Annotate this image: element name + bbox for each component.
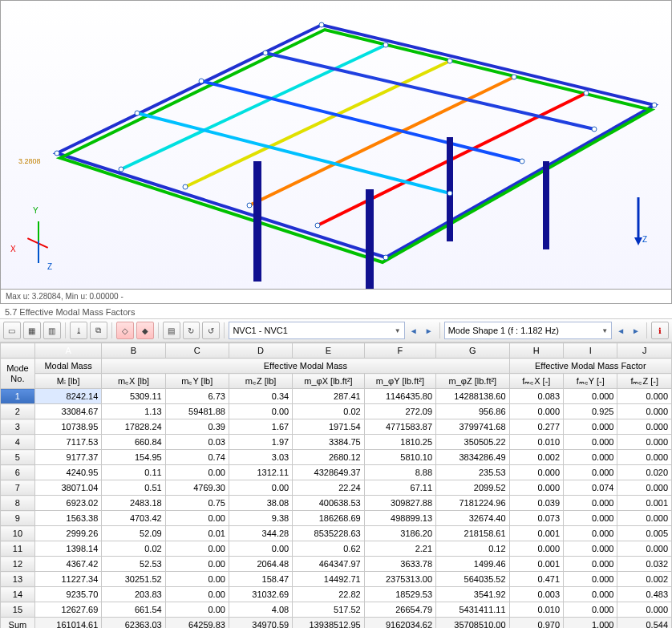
cell[interactable]: 0.00 <box>165 465 229 480</box>
cell[interactable]: 0.000 <box>509 541 563 557</box>
toolbar-btn-anim1[interactable]: ↻ <box>183 322 200 339</box>
cell[interactable]: 0.34 <box>229 389 292 404</box>
cell[interactable]: 0.000 <box>509 465 563 480</box>
col-header-E[interactable]: E <box>293 343 365 359</box>
toolbar-btn-graph[interactable]: ⧉ <box>90 322 107 339</box>
row-header[interactable]: 11 <box>1 541 35 557</box>
row-header[interactable]: 8 <box>1 496 35 511</box>
col-header-B[interactable]: B <box>102 343 165 359</box>
cell[interactable]: 0.000 <box>617 480 672 496</box>
modeshape-next[interactable]: ► <box>629 322 642 338</box>
cell[interactable]: 1499.46 <box>436 557 509 572</box>
cell[interactable]: 0.00 <box>165 557 229 572</box>
cell[interactable]: 1146435.80 <box>364 389 435 404</box>
cell[interactable]: 235.53 <box>436 465 509 480</box>
cell[interactable]: 564035.52 <box>436 572 509 587</box>
cell[interactable]: 0.925 <box>564 404 617 419</box>
cell[interactable]: 0.000 <box>564 450 617 465</box>
cell[interactable]: 464347.97 <box>293 557 365 572</box>
cell[interactable]: 0.000 <box>617 602 672 618</box>
cell[interactable]: 32674.40 <box>436 511 509 526</box>
cell[interactable]: 0.00 <box>229 480 292 496</box>
cell[interactable]: 3541.92 <box>436 587 509 602</box>
cell[interactable]: 2680.12 <box>293 450 365 465</box>
cell[interactable]: 2099.52 <box>436 480 509 496</box>
row-header[interactable]: 14 <box>1 587 35 602</box>
cell[interactable]: 0.083 <box>509 389 563 404</box>
cell[interactable]: 0.073 <box>509 511 563 526</box>
table-row[interactable]: 233084.671.1359481.880.000.02272.09956.8… <box>1 404 672 419</box>
modeshape-combo[interactable]: Mode Shape 1 (f : 1.182 Hz) ▼ <box>444 322 612 339</box>
row-header[interactable]: 15 <box>1 602 35 618</box>
cell[interactable]: 158.47 <box>229 572 292 587</box>
cell[interactable]: 0.000 <box>617 511 672 526</box>
cell[interactable]: 0.000 <box>509 480 563 496</box>
cell[interactable]: 0.01 <box>165 526 229 541</box>
toolbar-btn-anim2[interactable]: ↺ <box>202 322 220 339</box>
cell[interactable]: 0.000 <box>564 602 617 618</box>
cell[interactable]: 0.00 <box>229 404 292 419</box>
cell[interactable]: 0.005 <box>617 526 672 541</box>
cell[interactable]: 4771583.87 <box>364 419 435 435</box>
cell[interactable]: 154.95 <box>102 450 165 465</box>
cell[interactable]: 2999.26 <box>34 526 102 541</box>
cell[interactable]: 0.000 <box>617 541 672 557</box>
table-row[interactable]: 64240.950.110.001312.114328649.378.88235… <box>1 465 672 480</box>
cell[interactable]: 5810.10 <box>364 450 435 465</box>
toolbar-btn-export[interactable]: ⤓ <box>70 322 87 339</box>
cell[interactable]: 30251.52 <box>102 572 165 587</box>
col-header-H[interactable]: H <box>509 343 563 359</box>
cell[interactable]: 2375313.00 <box>364 572 435 587</box>
cell[interactable]: 67.11 <box>364 480 435 496</box>
cell[interactable]: 17828.24 <box>102 419 165 435</box>
cell[interactable]: 0.51 <box>102 480 165 496</box>
cell[interactable]: 1810.25 <box>364 435 435 450</box>
cell[interactable]: 660.84 <box>102 435 165 450</box>
table-row[interactable]: 1311227.3430251.520.00158.4714492.712375… <box>1 572 672 587</box>
modeshape-prev[interactable]: ◄ <box>614 322 627 338</box>
table-row[interactable]: 124367.4252.530.002064.48464347.973633.7… <box>1 557 672 572</box>
cell[interactable]: 0.074 <box>564 480 617 496</box>
col-header-A[interactable]: A <box>34 343 102 359</box>
cell[interactable]: 22.82 <box>293 587 365 602</box>
cell[interactable]: 0.000 <box>564 572 617 587</box>
cell[interactable]: 517.52 <box>293 602 365 618</box>
cell[interactable]: 0.39 <box>165 419 229 435</box>
cell[interactable]: 0.471 <box>509 572 563 587</box>
cell[interactable]: 0.000 <box>617 404 672 419</box>
cell[interactable]: 3.03 <box>229 450 292 465</box>
cell[interactable]: 1563.38 <box>34 511 102 526</box>
cell[interactable]: 1.97 <box>229 435 292 450</box>
cell[interactable]: 309827.88 <box>364 496 435 511</box>
cell[interactable]: 31032.69 <box>229 587 292 602</box>
cell[interactable]: 52.09 <box>102 526 165 541</box>
row-header[interactable]: 4 <box>1 435 35 450</box>
table-row[interactable]: 86923.022483.180.7538.08400638.53309827.… <box>1 496 672 511</box>
cell[interactable]: 4240.95 <box>34 465 102 480</box>
row-header[interactable]: 10 <box>1 526 35 541</box>
cell[interactable]: 0.000 <box>564 496 617 511</box>
cell[interactable]: 8.88 <box>364 465 435 480</box>
cell[interactable]: 6923.02 <box>34 496 102 511</box>
table-row[interactable]: 738071.040.514769.300.0022.2467.112099.5… <box>1 480 672 496</box>
col-header-I[interactable]: I <box>564 343 617 359</box>
cell[interactable]: 3799741.68 <box>436 419 509 435</box>
cell[interactable]: 5431411.11 <box>436 602 509 618</box>
cell[interactable]: 0.002 <box>617 572 672 587</box>
cell[interactable]: 5309.11 <box>102 389 165 404</box>
cell[interactable]: 0.000 <box>564 511 617 526</box>
cell[interactable]: 22.24 <box>293 480 365 496</box>
cell[interactable]: 38.08 <box>229 496 292 511</box>
cell[interactable]: 14288138.60 <box>436 389 509 404</box>
cell[interactable]: 0.000 <box>564 419 617 435</box>
cell[interactable]: 11227.34 <box>34 572 102 587</box>
toolbar-btn-3[interactable]: ▥ <box>43 322 61 339</box>
cell[interactable]: 0.020 <box>617 465 672 480</box>
cell[interactable]: 0.032 <box>617 557 672 572</box>
cell[interactable]: 661.54 <box>102 602 165 618</box>
row-header[interactable]: 9 <box>1 511 35 526</box>
cell[interactable]: 2064.48 <box>229 557 292 572</box>
cell[interactable]: 8535228.63 <box>293 526 365 541</box>
cell[interactable]: 1971.54 <box>293 419 365 435</box>
cell[interactable]: 4703.42 <box>102 511 165 526</box>
